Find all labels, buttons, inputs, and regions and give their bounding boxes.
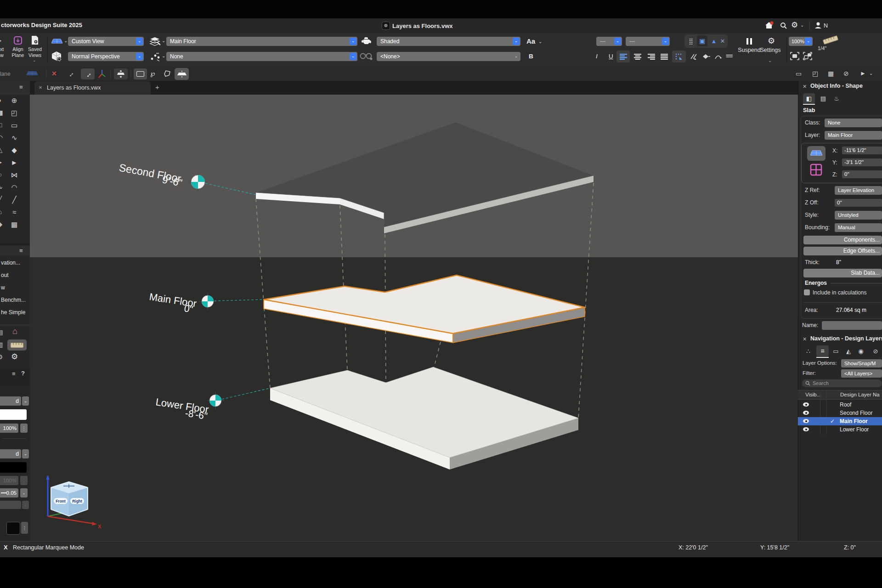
- settings-gear-icon[interactable]: ⚙: [768, 36, 775, 46]
- zref-select[interactable]: Layer Elevation: [835, 186, 882, 195]
- fill-opacity-stepper[interactable]: ⋮: [20, 424, 28, 433]
- pane-visibility-icon[interactable]: ⊘: [843, 70, 849, 77]
- clipped-tool-icon[interactable]: ◗: [0, 96, 4, 104]
- move-diagonal-icon[interactable]: ↔: [65, 68, 76, 79]
- move-mode-selected[interactable]: ↔: [81, 68, 95, 79]
- pen-style-chevron-icon[interactable]: ⌄: [22, 449, 29, 458]
- clipped-tool-icon[interactable]: ◠: [0, 134, 4, 141]
- italic-button[interactable]: I: [596, 53, 598, 60]
- align-plane-icon[interactable]: [13, 36, 23, 47]
- class-options-icon[interactable]: [150, 51, 161, 63]
- line-weight-chevron-icon[interactable]: ⌄: [20, 488, 28, 498]
- line-tool-icon[interactable]: ╱: [8, 196, 20, 204]
- align-justify-button[interactable]: [658, 51, 671, 62]
- drawing-viewport[interactable]: Second Floor 9'-6" Main Floor 0" Lower F…: [30, 95, 798, 541]
- new-tab-button[interactable]: +: [155, 83, 159, 91]
- dim-standard-icon[interactable]: [672, 51, 686, 62]
- pane-cube-icon[interactable]: ◰: [812, 70, 818, 77]
- object-info-tab-data[interactable]: ▤: [817, 93, 829, 103]
- visibility-eye-icon[interactable]: [803, 427, 809, 431]
- line-weight-field[interactable]: 0.05: [0, 488, 18, 498]
- clipped-toolset-icon[interactable]: ▤: [0, 328, 4, 336]
- layers-chevron-icon[interactable]: ⌄: [162, 38, 165, 43]
- render-mode-select[interactable]: Shaded ⌄: [377, 37, 520, 46]
- grid-snap-icon[interactable]: ⣿: [686, 36, 696, 46]
- pane-cursor-icon[interactable]: ►: [860, 70, 866, 77]
- nav-tab-sheet-layers[interactable]: ▭: [830, 345, 842, 356]
- tab-close-icon[interactable]: ✕: [39, 85, 42, 90]
- underline-button[interactable]: U: [609, 53, 613, 60]
- projection-cube-icon[interactable]: [51, 51, 62, 64]
- scale-value[interactable]: 1/4": [818, 45, 826, 51]
- next-view-icon[interactable]: ►: [0, 37, 3, 44]
- building-tools-icon[interactable]: ⌂: [12, 327, 17, 336]
- tool-set-item[interactable]: w: [1, 284, 5, 291]
- view-select[interactable]: Custom View ⌄: [68, 37, 144, 46]
- name-field[interactable]: [822, 321, 882, 330]
- pane-window-icon[interactable]: ▭: [796, 70, 802, 77]
- layer-row-main-floor-selected[interactable]: ✓ Main Floor: [798, 417, 882, 425]
- bounding-select[interactable]: Manual: [835, 223, 882, 232]
- layer-select[interactable]: Main Floor ⌄: [166, 37, 357, 46]
- help-menu-icon[interactable]: ≡: [12, 370, 16, 377]
- slab-data-button[interactable]: Slab Data...: [803, 269, 882, 277]
- settings-tools-icon[interactable]: ⚙: [11, 352, 18, 362]
- components-button[interactable]: Components...: [803, 236, 882, 244]
- text-format-icon[interactable]: Aa: [526, 37, 535, 45]
- arc-tool-icon[interactable]: ≈: [8, 208, 20, 216]
- search-icon[interactable]: [780, 22, 787, 31]
- marker-stepper[interactable]: ⋮: [21, 522, 28, 534]
- object-snap-icon[interactable]: ▣: [697, 35, 707, 46]
- text-format-chevron-icon[interactable]: ⌄: [538, 39, 542, 44]
- visibility-eye-icon[interactable]: [803, 402, 809, 407]
- slab-tool-active[interactable]: [175, 68, 189, 80]
- bold-button[interactable]: B: [529, 53, 533, 60]
- palette-menu-icon[interactable]: ≡: [19, 84, 23, 90]
- navigation-close-icon[interactable]: ✕: [803, 336, 807, 342]
- projection-select[interactable]: Normal Perspective ⌄: [68, 52, 144, 61]
- settings-chevron-icon[interactable]: ⌄: [768, 58, 772, 63]
- clipped-tool-icon[interactable]: ∿: [0, 183, 4, 191]
- layer-options-select[interactable]: Show/Snap/M: [841, 359, 882, 368]
- tool-set-item[interactable]: out: [1, 272, 9, 278]
- palette-header[interactable]: ≡: [0, 81, 30, 95]
- data-visualization-select[interactable]: <None> ⌄: [377, 52, 520, 61]
- class-select[interactable]: None: [825, 119, 882, 127]
- clipped-toolset-icon[interactable]: ▥: [0, 341, 4, 348]
- clipped-tool-icon[interactable]: ◆: [0, 220, 4, 228]
- parallel-icon[interactable]: ==: [726, 52, 732, 60]
- rectangle-tool-icon[interactable]: ▭: [8, 121, 20, 130]
- slab-plan-mode-button[interactable]: [807, 146, 825, 161]
- y-value-field[interactable]: -3'1 1/2": [842, 158, 882, 166]
- clipped-tool-icon[interactable]: ○: [0, 171, 4, 178]
- walkthrough-tool-icon[interactable]: ◰: [8, 109, 20, 117]
- dims-notes-tools-selected[interactable]: [7, 339, 27, 351]
- nav-tab-saved-views[interactable]: ∴: [802, 345, 814, 356]
- align-center-button[interactable]: [631, 51, 644, 62]
- layer-search-field[interactable]: Search: [802, 379, 882, 387]
- gear-icon[interactable]: ⚙: [791, 20, 798, 30]
- clipped-tool-icon[interactable]: ⌂: [0, 208, 4, 215]
- fit-objects-icon[interactable]: [790, 51, 800, 62]
- marker-color-swatch[interactable]: [6, 522, 20, 535]
- clipped-tool-icon[interactable]: ◨: [0, 109, 4, 116]
- filter-select[interactable]: <All Layers>: [841, 369, 882, 378]
- object-info-tab-render[interactable]: ♨: [831, 93, 842, 103]
- marquee-rect-mode[interactable]: [134, 68, 147, 79]
- visibility-eye-icon[interactable]: [803, 411, 809, 415]
- home-icon[interactable]: [764, 21, 774, 31]
- window-grid-icon[interactable]: [810, 164, 822, 178]
- layer-row-roof[interactable]: Roof: [798, 401, 882, 409]
- class-select[interactable]: None ⌄: [166, 52, 357, 61]
- align-left-button[interactable]: [616, 51, 630, 62]
- layer-select[interactable]: Main Floor: [825, 131, 882, 140]
- freehand-tool-icon[interactable]: ∿: [8, 134, 20, 142]
- include-checkbox[interactable]: [804, 289, 810, 295]
- view-plane-chevron-icon[interactable]: ⌄: [64, 38, 68, 43]
- nav-tab-viewports[interactable]: ◭: [842, 345, 854, 356]
- fill-opacity-field[interactable]: 100%: [0, 424, 18, 433]
- zoom-tool-icon[interactable]: ⊕: [8, 96, 20, 105]
- line-style-select-1[interactable]: --- ⌄: [596, 37, 622, 46]
- marker-icon[interactable]: [701, 51, 712, 62]
- tool-sets-menu-icon[interactable]: ≡: [19, 247, 23, 254]
